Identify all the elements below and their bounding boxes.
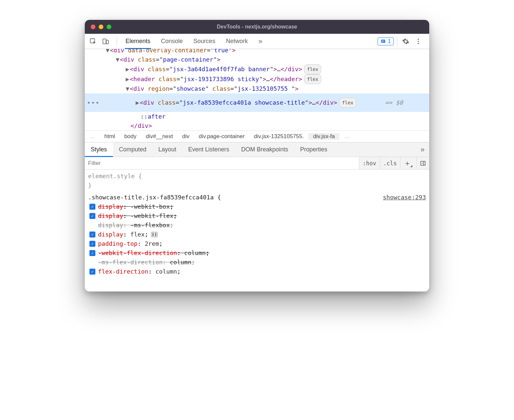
issues-badge[interactable]: 1 (378, 37, 394, 45)
traffic-lights (85, 25, 111, 29)
flex-chip[interactable]: flex (304, 64, 321, 74)
svg-point-6 (418, 38, 419, 40)
crumb-active[interactable]: div.jsx-fa (308, 133, 339, 140)
style-declaration[interactable]: ✓display: -webkit-flex; (88, 211, 426, 221)
styles-filter-input[interactable] (85, 157, 359, 169)
kebab-menu-icon[interactable] (413, 36, 423, 46)
crumb-more[interactable]: … (85, 133, 100, 140)
tree-row[interactable]: ▼ <div class="page-container"> (85, 55, 429, 64)
minimize-window-button[interactable] (99, 25, 103, 29)
subtab-styles[interactable]: Styles (85, 142, 113, 157)
styles-panel[interactable]: element.style { } .showcase-title.jsx-fa… (85, 170, 429, 291)
close-window-button[interactable] (91, 25, 95, 29)
new-rule-button[interactable]: ＋◢ (400, 157, 416, 169)
main-toolbar: Elements Console Sources Network » 1 (85, 34, 429, 49)
flex-chip[interactable]: flex (339, 98, 356, 108)
rule-selector[interactable]: .showcase-title.jsx-fa8539efcca401a { (88, 193, 221, 202)
crumb[interactable]: body (120, 133, 141, 140)
dom-tree[interactable]: ▼ <div data-overlay-container="true"> ▼ … (85, 49, 429, 131)
crumb[interactable]: div (178, 133, 194, 140)
declaration-checkbox[interactable]: ✓ (89, 232, 95, 237)
rule-source-link[interactable]: showcase:293 (383, 193, 426, 202)
svg-point-8 (418, 43, 419, 44)
panel-toggle-icon[interactable] (416, 157, 429, 169)
declaration-text[interactable]: display: flex; (98, 230, 148, 239)
tree-row-selected[interactable]: ••• ▶ <div class="jsx-fa8539efcca401a sh… (85, 93, 429, 112)
svg-rect-1 (103, 39, 106, 44)
separator (117, 37, 117, 46)
cls-toggle[interactable]: .cls (380, 157, 400, 169)
styles-filter-bar: :hov .cls ＋◢ (85, 157, 429, 170)
subtab-computed[interactable]: Computed (113, 142, 152, 157)
style-declaration[interactable]: ✓display: -ms-flexbox; (88, 221, 426, 230)
style-declaration[interactable]: ✓-ms-flex-direction: column; (88, 258, 426, 267)
flex-editor-icon[interactable] (151, 232, 158, 237)
svg-rect-2 (106, 40, 108, 44)
style-declaration[interactable]: ✓-webkit-flex-direction: column; (88, 248, 426, 258)
crumb[interactable]: div.page-container (194, 133, 249, 140)
tab-elements[interactable]: Elements (120, 34, 156, 49)
svg-rect-3 (381, 39, 385, 42)
declaration-text[interactable]: display: -webkit-box; (98, 202, 174, 211)
maximize-window-button[interactable] (107, 25, 111, 29)
crumb[interactable]: div#__next (141, 133, 178, 140)
declaration-checkbox[interactable]: ✓ (89, 269, 95, 275)
subtab-properties[interactable]: Properties (294, 142, 333, 157)
tree-row[interactable]: ▼ <div data-overlay-container="true"> (85, 49, 429, 55)
title-bar: DevTools - nextjs.org/showcase (85, 20, 429, 34)
subtab-event-listeners[interactable]: Event Listeners (182, 142, 235, 157)
svg-point-7 (418, 41, 419, 42)
style-declaration[interactable]: ✓padding-top: 2rem; (88, 239, 426, 248)
svg-rect-9 (421, 161, 425, 165)
declaration-text[interactable]: display: -webkit-flex; (98, 211, 177, 221)
tree-row[interactable]: ▶ <div class="jsx-3a64d1ae4f0f7fab banne… (85, 64, 429, 74)
subtab-dom-breakpoints[interactable]: DOM Breakpoints (235, 142, 294, 157)
crumb[interactable]: html (100, 133, 120, 140)
tab-console[interactable]: Console (156, 34, 188, 49)
devtools-window: DevTools - nextjs.org/showcase Elements … (85, 20, 429, 291)
element-style-selector[interactable]: element.style { (88, 172, 426, 181)
settings-icon[interactable] (401, 36, 411, 46)
window-title: DevTools - nextjs.org/showcase (85, 24, 429, 30)
declaration-text[interactable]: -ms-flex-direction: column; (98, 258, 195, 267)
style-declaration[interactable]: ✓display: -webkit-box; (88, 202, 426, 211)
inspect-icon[interactable] (88, 36, 98, 46)
crumb-more[interactable]: … (339, 133, 354, 140)
declaration-text[interactable]: display: -ms-flexbox; (98, 221, 174, 230)
issues-count: 1 (388, 38, 391, 44)
close-brace: } (88, 181, 426, 190)
declaration-checkbox[interactable]: ✓ (89, 213, 95, 219)
declaration-checkbox[interactable]: ✓ (89, 250, 95, 256)
declaration-checkbox[interactable]: ✓ (89, 204, 95, 210)
crumb[interactable]: div.jsx-1325105755. (249, 133, 309, 140)
flex-chip[interactable]: flex (304, 74, 321, 84)
declaration-checkbox[interactable]: ✓ (89, 241, 95, 247)
ellipsis-icon[interactable]: ••• (85, 98, 95, 107)
tree-row[interactable]: ::after (85, 112, 429, 121)
style-declaration[interactable]: ✓flex-direction: column; (88, 267, 426, 276)
tab-overflow[interactable]: » (253, 34, 268, 49)
declaration-text[interactable]: flex-direction: column; (98, 267, 180, 276)
hov-toggle[interactable]: :hov (359, 157, 380, 169)
device-toggle-icon[interactable] (101, 36, 111, 46)
styles-subtabs: Styles Computed Layout Event Listeners D… (85, 142, 429, 157)
breadcrumb: … html body div#__next div div.page-cont… (85, 131, 429, 142)
tab-sources[interactable]: Sources (188, 34, 221, 49)
svg-rect-5 (382, 41, 384, 42)
tree-row[interactable]: ▶ <header class="jsx-1931733896 sticky">… (85, 74, 429, 84)
tree-row[interactable]: ▼ <div region="showcase" class="jsx-1325… (85, 84, 429, 93)
declaration-text[interactable]: -webkit-flex-direction: column; (98, 248, 209, 258)
declaration-text[interactable]: padding-top: 2rem; (98, 239, 163, 248)
separator (397, 37, 397, 46)
selected-node-ref: == $0 (385, 98, 403, 107)
style-declaration[interactable]: ✓display: flex; (88, 230, 426, 239)
subtab-layout[interactable]: Layout (152, 142, 182, 157)
tree-row[interactable]: </div> (85, 121, 429, 131)
svg-rect-4 (382, 40, 385, 41)
subtab-overflow[interactable]: » (421, 145, 429, 154)
tab-network[interactable]: Network (221, 34, 253, 49)
